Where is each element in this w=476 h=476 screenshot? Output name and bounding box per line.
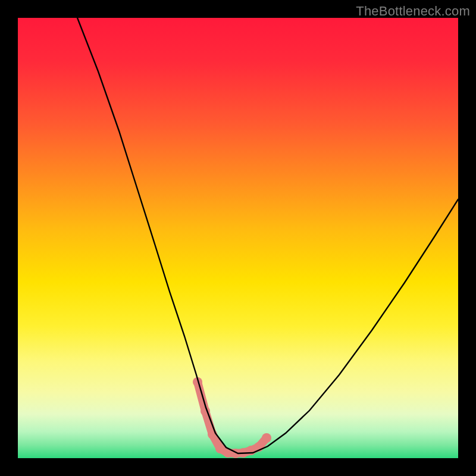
highlight-stroke: [198, 382, 267, 453]
highlight-band: [193, 377, 271, 458]
highlight-dot: [262, 433, 271, 443]
curve-layer: [18, 18, 458, 458]
gradient-plot-area: [18, 18, 458, 458]
bottleneck-curve: [77, 18, 458, 453]
chart-frame: TheBottleneck.com: [0, 0, 476, 476]
watermark-text: TheBottleneck.com: [356, 4, 470, 19]
